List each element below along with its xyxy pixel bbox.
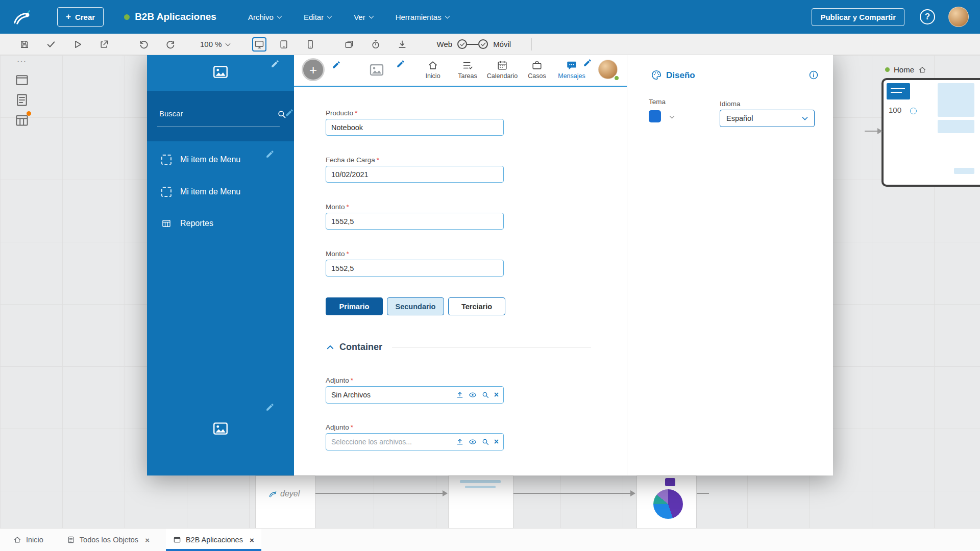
clear-icon[interactable]: × [494,438,499,446]
tablet-view-icon[interactable] [279,39,289,49]
monto-input[interactable] [326,213,504,230]
adjunto-file-input[interactable]: Sin Archivos × [326,386,504,404]
app-status-dot [124,14,130,20]
nav-label: Mensajes [558,72,585,80]
edit-pencil-icon[interactable] [271,59,280,68]
monto-input-2[interactable] [326,260,504,277]
edit-pencil-icon[interactable] [583,58,592,67]
user-avatar[interactable] [948,7,969,27]
document-tab-bar: Inicio Todos los Objetos × B2B Aplicacio… [0,528,980,551]
web-check-icon[interactable] [457,39,467,49]
nav-item-casos[interactable]: Casos [520,53,554,86]
search-icon[interactable] [481,391,489,399]
toolbar-divider [531,38,532,51]
mockup-info-icon [910,108,917,114]
deyel-logo-icon[interactable] [11,7,32,27]
save-icon[interactable] [19,39,30,49]
adjunto-file-input-2[interactable]: Seleccione los archivos... × [326,433,504,450]
image-placeholder-icon[interactable] [212,63,229,81]
artboard-frame[interactable]: deyel [255,475,315,528]
producto-input[interactable] [326,119,504,136]
tab-inicio[interactable]: Inicio [6,529,51,551]
artboard-frame[interactable] [636,475,697,528]
menu-ver[interactable]: Ver [354,13,373,21]
validate-icon[interactable] [46,39,56,49]
edit-pencil-icon[interactable] [285,108,294,117]
home-artboard-frame[interactable]: 100 [881,78,980,187]
mobile-check-icon[interactable] [478,39,488,49]
theme-color-swatch[interactable] [649,110,661,122]
preview-icon[interactable] [72,39,83,49]
publish-share-button[interactable]: Publicar y Compartir [812,8,904,26]
timer-icon[interactable] [371,39,381,49]
menu-archivo[interactable]: Archivo [248,13,281,21]
mockup-counter: 100 [889,106,901,114]
clear-icon[interactable]: × [494,391,499,399]
web-mobile-connector [467,44,478,45]
export-icon[interactable] [99,39,109,49]
nav-item-calendario[interactable]: Calendario [485,53,520,86]
edit-pencil-icon[interactable] [265,403,275,412]
chat-icon [566,60,577,71]
redo-icon[interactable] [165,39,176,49]
form-widget-icon[interactable] [14,92,30,108]
info-icon[interactable] [808,70,819,80]
desktop-view-icon[interactable] [252,37,266,52]
upload-icon[interactable] [456,391,464,399]
upload-icon[interactable] [456,438,464,446]
create-button[interactable]: + Crear [57,7,104,27]
download-icon[interactable] [397,39,407,49]
sidebar-item-reportes[interactable]: Reportes [147,212,294,235]
objects-icon[interactable] [344,39,354,49]
search-icon[interactable] [481,438,489,446]
add-button[interactable]: + [302,58,325,81]
edit-pencil-icon[interactable] [396,59,405,68]
container-section-header[interactable]: Container [326,342,591,353]
zoom-control[interactable]: 100 % [200,40,230,48]
section-title: Container [339,342,382,353]
menu-herramientas[interactable]: Herramientas [396,13,449,21]
sidebar-logo-zone[interactable] [147,53,294,91]
tab-todos-los-objetos[interactable]: Todos los Objetos × [60,529,157,551]
create-button-label: Crear [75,13,95,21]
nav-item-inicio[interactable]: Inicio [415,53,450,86]
close-tab-icon[interactable]: × [250,536,254,544]
close-tab-icon[interactable]: × [145,536,150,544]
required-asterisk: * [351,377,353,384]
artboard-frame[interactable] [448,475,513,528]
primario-button[interactable]: Primario [326,297,383,315]
app-nav: Inicio Tareas Calendario Casos Mensajes [415,53,589,86]
language-select[interactable]: Español [720,110,815,127]
chevron-down-icon[interactable] [670,114,675,119]
mobile-view-icon[interactable] [305,39,315,49]
briefcase-icon [531,60,543,71]
sidebar-search-zone[interactable]: Buscar [147,91,294,141]
fecha-de-carga-input[interactable] [326,166,504,183]
sidebar-item-mi-item-de-menu[interactable]: Mi item de Menu [147,181,294,203]
nav-item-tareas[interactable]: Tareas [450,53,485,86]
editor-toolbar: 100 % Web Móvil [0,34,980,55]
undo-icon[interactable] [139,39,149,49]
edit-pencil-icon[interactable] [332,60,341,69]
edit-pencil-icon[interactable] [265,149,275,159]
sidebar-item-label: Reportes [180,219,213,228]
chevron-up-icon[interactable] [326,343,335,352]
list-widget-icon[interactable] [14,113,30,128]
search-input[interactable]: Buscar [159,109,183,118]
terciario-button[interactable]: Terciario [448,297,505,315]
tab-b2b-aplicaciones[interactable]: B2B Aplicaciones × [166,529,261,551]
panel-widget-icon[interactable] [14,72,30,88]
help-icon[interactable]: ? [920,9,935,24]
image-placeholder-icon[interactable] [212,420,229,437]
plus-icon: + [66,12,71,22]
design-panel: Diseño Tema Idioma Español [627,53,833,475]
menu-editar[interactable]: Editar [304,13,331,21]
eye-icon[interactable] [469,391,477,399]
deyel-logo-icon [268,489,277,498]
image-placeholder-icon[interactable] [369,62,385,78]
eye-icon[interactable] [469,438,477,446]
calendar-icon [497,60,508,71]
secundario-button[interactable]: Secundario [387,297,444,315]
home-artboard-label[interactable]: Home [885,65,926,74]
nav-label: Calendario [487,72,518,80]
